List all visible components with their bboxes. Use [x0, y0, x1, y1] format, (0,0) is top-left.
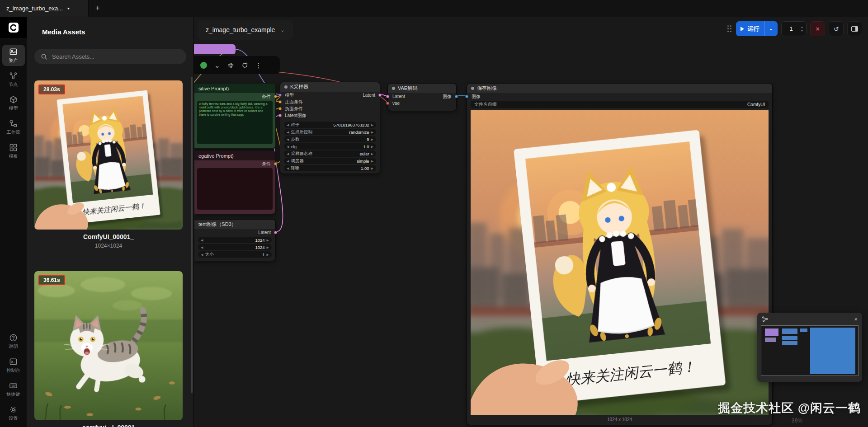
model-input-port[interactable] [278, 94, 282, 97]
sidebar-item-shortcuts[interactable]: 快捷键 [2, 379, 25, 400]
widget-width[interactable]: ◀ 1024 ▶ [198, 237, 272, 243]
minimap-panel[interactable]: × [757, 313, 862, 382]
toolbar-drag-handle[interactable] [727, 25, 731, 32]
node-positive-prompt[interactable]: sitive Prompt) 条件 o fluffy fennec ears a… [194, 83, 276, 149]
positive-input-port[interactable] [278, 100, 282, 103]
widget-scheduler[interactable]: ◀ 调度器 simple ▶ [284, 158, 376, 164]
increment-icon[interactable]: ▶ [267, 239, 269, 242]
decrement-icon[interactable]: ◀ [287, 152, 289, 155]
decrement-icon[interactable]: ◀ [287, 160, 289, 163]
cancel-run-button[interactable]: × [810, 21, 825, 36]
batch-count-input[interactable]: 1 ▲ ▼ [781, 21, 807, 36]
decrement-icon[interactable]: ◀ [287, 167, 289, 170]
image-output-port[interactable] [455, 95, 458, 98]
node-negative-prompt[interactable]: egative Prompt) 条件 [194, 150, 276, 214]
run-options-chevron-icon[interactable]: ⌄ [769, 26, 773, 31]
sidebar-item-models[interactable]: 模型 [2, 93, 25, 114]
refresh-icon[interactable] [241, 62, 248, 69]
asset-card[interactable]: 36.61s comfyui-_l_00001 [34, 271, 183, 427]
sidebar-item-settings[interactable]: 设置 [2, 403, 25, 424]
minimap-close-icon[interactable]: × [854, 316, 858, 323]
node-header[interactable]: egative Prompt) [194, 151, 275, 160]
widget-denoise[interactable]: ◀ 降噪 1.00 ▶ [284, 165, 376, 171]
decrement-icon[interactable]: ◀ [287, 138, 289, 141]
collapse-icon[interactable] [227, 62, 234, 69]
increment-icon[interactable]: ▶ [371, 167, 373, 170]
node-collapse-dot[interactable] [471, 87, 474, 90]
decrement-icon[interactable]: ◀ [287, 123, 289, 127]
node-header[interactable]: K采样器 [280, 82, 380, 92]
increment-icon[interactable]: ▶ [267, 253, 269, 256]
increment-icon[interactable]: ▶ [371, 131, 373, 134]
batch-steppers: ▲ ▼ [801, 26, 803, 32]
asset-search-box[interactable] [34, 49, 186, 64]
node-status-dot[interactable] [200, 62, 207, 69]
sidebar-item-help[interactable]: 说明 [2, 331, 25, 352]
negative-input-port[interactable] [278, 107, 282, 110]
widget-cfg[interactable]: ◀ cfg 1.0 ▶ [284, 143, 376, 150]
workflow-tab[interactable]: z_image_turbo_exa... ● [0, 0, 89, 17]
latent-output-port[interactable] [274, 231, 277, 234]
latent-input-port[interactable] [386, 95, 389, 98]
node-header[interactable]: 保存图像 [467, 84, 772, 93]
decrement-icon[interactable]: ◀ [287, 131, 289, 134]
asset-thumbnail[interactable]: 36.61s [34, 271, 183, 420]
run-button[interactable]: 运行 ⌄ [736, 21, 778, 36]
more-options-kebab-icon[interactable]: ⋮ [255, 62, 262, 69]
caret-down-icon[interactable]: ▼ [801, 29, 803, 32]
sidebar-item-workflows[interactable]: 工作流 [2, 117, 25, 138]
node-collapse-dot[interactable] [284, 85, 288, 89]
minimap-viewport[interactable] [761, 325, 859, 376]
increment-icon[interactable]: ▶ [371, 145, 373, 148]
node-header[interactable]: sitive Prompt) [194, 84, 275, 93]
latent-input-port[interactable] [278, 114, 282, 117]
increment-icon[interactable]: ▶ [371, 138, 373, 141]
sidebar-item-console[interactable]: 控制台 [2, 355, 25, 376]
sidebar-item-templates[interactable]: 模板 [2, 141, 25, 162]
new-tab-button[interactable]: + [89, 0, 107, 17]
widget-steps[interactable]: ◀ 步数 9 ▶ [284, 136, 376, 142]
node-vae-decode[interactable]: VAE解码 Latent 图像 vae [387, 83, 457, 111]
widget-seed[interactable]: ◀ 种子 578181963763232 ▶ [284, 122, 376, 128]
node-collapse-dot[interactable] [392, 87, 395, 90]
prompt-textarea[interactable] [197, 168, 273, 210]
vae-input-port[interactable] [386, 102, 389, 105]
node-ksampler[interactable]: K采样器 模型 Latent 正面条件 负面条件 Latent图像 [280, 82, 380, 174]
graph-canvas[interactable]: ⌄ ⋮ sitive Prompt) 条件 o fluffy fe [194, 17, 868, 427]
widget-control-after-generate[interactable]: ◀ 生成后控制 randomize ▶ [284, 129, 376, 135]
node-header[interactable]: VAE解码 [388, 84, 456, 93]
sidebar-item-nodes[interactable]: 节点 [2, 69, 25, 90]
search-input[interactable] [52, 53, 180, 60]
image-input-port[interactable] [465, 95, 468, 98]
increment-icon[interactable]: ▶ [267, 246, 269, 249]
history-button[interactable]: ↺ [829, 21, 844, 36]
increment-icon[interactable]: ▶ [371, 160, 373, 163]
conditioning-output-port[interactable] [274, 162, 277, 165]
widget-height[interactable]: ◀ 1024 ▶ [198, 244, 272, 250]
decrement-icon[interactable]: ◀ [201, 239, 203, 242]
widget-batch-size[interactable]: ◀ 大小 1 ▶ [198, 251, 272, 258]
increment-icon[interactable]: ▶ [371, 123, 373, 127]
widget-sampler-name[interactable]: ◀ 采样器名称 euler ▶ [284, 150, 376, 157]
node-header[interactable]: tent图像（SD3） [194, 220, 275, 229]
panel-scrollbar[interactable] [191, 77, 193, 393]
widget-filename-prefix[interactable]: 文件名前缀 ComfyUI [471, 101, 769, 108]
chevron-down-icon[interactable]: ⌄ [214, 62, 220, 69]
workflow-selector[interactable]: z_image_turbo_example ⌄ [198, 20, 293, 40]
caret-up-icon[interactable]: ▲ [801, 26, 803, 28]
node-loader-partial[interactable] [194, 44, 236, 54]
decrement-icon[interactable]: ◀ [201, 246, 203, 249]
minimap-options-icon[interactable] [762, 316, 768, 322]
decrement-icon[interactable]: ◀ [201, 253, 203, 256]
node-empty-latent[interactable]: tent图像（SD3） Latent ◀ 1024 ▶ ◀ 1024 ▶ ◀ 大… [194, 219, 276, 261]
decrement-icon[interactable]: ◀ [287, 145, 289, 148]
toggle-panel-button[interactable] [847, 21, 862, 36]
conditioning-output-port[interactable] [274, 95, 277, 98]
asset-thumbnail[interactable]: 28.03s [34, 80, 183, 230]
increment-icon[interactable]: ▶ [371, 152, 373, 155]
latent-output-port[interactable] [378, 94, 382, 97]
sidebar-item-assets[interactable]: 资产 [2, 45, 25, 66]
asset-card[interactable]: 28.03s ComfyUI_00001_ 1024×1024 [34, 80, 183, 249]
prompt-textarea[interactable]: o fluffy fennec ears and a big fluffy ta… [197, 101, 273, 144]
node-save-image[interactable]: 保存图像 图像 文件名前缀 ComfyUI 1024 x 1024 [467, 83, 773, 425]
